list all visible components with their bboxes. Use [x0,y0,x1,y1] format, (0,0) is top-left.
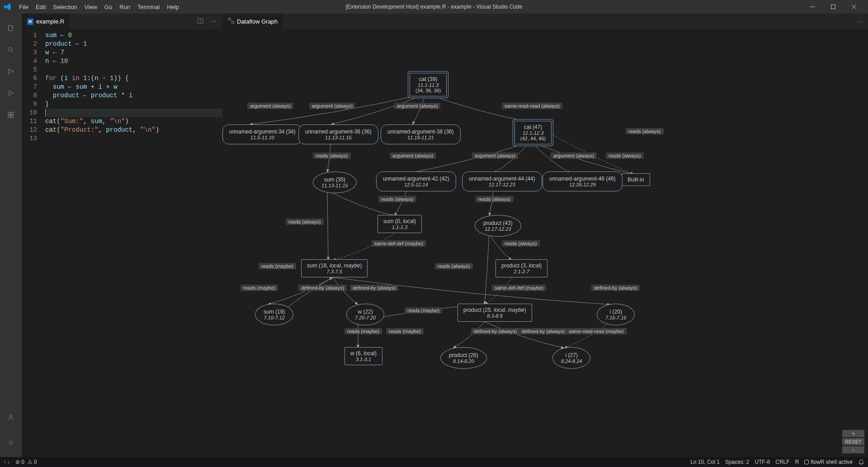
edge-label: reads (always) [476,196,514,202]
code-line-12[interactable]: cat("Product:", product, "\n") [45,126,222,134]
edge-label: defined-by (always) [591,285,640,291]
search-icon[interactable] [0,39,22,61]
svg-point-8 [12,71,13,72]
graph-node[interactable]: i (20)7.16-7.16 [597,304,635,325]
menu-go[interactable]: Go [101,2,116,12]
graph-node[interactable]: cat (47)12.1-12.3(42, 44, 46) [514,121,552,144]
settings-icon[interactable] [0,432,22,453]
more-actions-icon[interactable]: ⋯ [209,16,218,27]
split-editor-icon[interactable] [195,16,205,27]
edge-label: reads (always) [378,196,416,202]
graph-node[interactable]: i (27)8.24-8.24 [552,347,590,369]
explorer-icon[interactable] [0,17,22,39]
menu-run[interactable]: Run [116,2,134,12]
menu-view[interactable]: View [81,2,101,12]
graph-node[interactable]: unnamed-argument-44 (44)12.17-12.23 [462,172,542,191]
menu-file[interactable]: File [15,2,32,12]
status-item[interactable] [4,459,10,465]
edge-label: reads (always) [606,152,644,159]
vscode-logo [4,3,11,10]
menu-help[interactable]: Help [163,2,183,12]
status-item[interactable]: Spaces: 2 [725,459,749,465]
graph-node[interactable]: unnamed-argument-34 (34)11.5-11.10 [222,124,302,144]
code-line-9[interactable]: } [45,100,222,109]
graph-node[interactable]: product (3, local)2.1-2.7 [495,259,547,277]
svg-rect-9 [8,112,10,114]
code-line-8[interactable]: product ← product * i [45,91,222,100]
line-number: 9 [22,100,37,109]
status-item[interactable]: ⊘ 0 ⚠ 0 [15,459,37,465]
svg-point-13 [9,415,12,417]
status-item[interactable]: CRLF [775,459,789,465]
zoom-out-button[interactable]: − [842,446,864,453]
graph-node[interactable]: unnamed-argument-46 (46)12.26-12.29 [542,172,623,191]
svg-point-7 [8,72,9,74]
svg-point-6 [8,69,9,70]
code-line-13[interactable] [45,134,222,143]
svg-rect-18 [232,22,234,24]
graph-icon [228,18,234,25]
edge-label: argument (always) [309,103,355,109]
accounts-icon[interactable] [0,406,22,428]
tab-label: example.R [36,18,64,25]
edge-label: reads (always) [502,240,540,247]
code-line-5[interactable] [45,66,222,74]
graph-node[interactable]: w (6, local)3.1-3.1 [344,347,382,365]
tab-example-r[interactable]: R example.R [22,14,70,29]
graph-node[interactable]: unnamed-argument-38 (38)11.18-11.21 [381,124,461,144]
svg-line-19 [230,19,232,22]
graph-node[interactable]: sum (18, local, maybe)7.3-7.5 [301,259,368,277]
maximize-button[interactable] [823,0,844,14]
graph-node[interactable]: product (26)8.14-8.20 [440,347,487,369]
line-number: 8 [22,91,37,100]
graph-node[interactable]: sum (0, local)1.1-1.3 [377,215,422,233]
code-line-4[interactable]: n ← 10 [45,57,222,66]
graph-node[interactable]: product (43)12.17-12.23 [475,215,521,237]
reset-button[interactable]: RESET [842,438,864,445]
status-item[interactable]: Ln 10, Col 1 [690,459,720,465]
graph-node[interactable]: w (22)7.20-7.20 [346,304,384,325]
tab-label: Dataflow Graph [237,18,278,25]
status-item[interactable]: R [795,459,799,465]
graph-node[interactable]: Built-in [622,173,650,186]
minimize-button[interactable] [802,0,823,14]
code-line-10[interactable] [45,109,222,117]
r-file-icon: R [27,19,33,25]
edge-label: reads (always) [286,219,324,225]
code-line-3[interactable]: w ← 7 [45,48,222,57]
menu-edit[interactable]: Edit [32,2,49,12]
graph-node[interactable]: sum (35)11.13-11.15 [313,172,357,193]
code-line-2[interactable]: product ← 1 [45,40,222,48]
status-item[interactable]: flowR shell active [804,459,853,465]
close-button[interactable] [844,0,864,14]
tab-dataflow-graph[interactable]: Dataflow Graph [222,14,283,29]
menu-terminal[interactable]: Terminal [134,2,163,12]
edge-label: same-read-read (maybe) [566,328,627,334]
source-control-icon[interactable] [0,61,22,82]
graph-node[interactable]: cat (39)11.1-11.3(34, 36, 38) [410,73,447,96]
edge-label: defined-by (always) [471,328,519,334]
graph-node[interactable]: unnamed-argument-42 (42)12.5-12.14 [376,172,456,191]
edge-label: argument (always) [394,103,440,109]
edge-label: reads (always) [435,263,473,269]
run-debug-icon[interactable] [0,82,22,104]
status-item[interactable] [858,459,864,465]
edge-label: argument (always) [551,152,597,159]
edge-label: reads (maybe) [241,285,278,291]
edge-label: same-read-read (always) [502,103,562,109]
code-line-1[interactable]: sum ← 0 [45,31,222,40]
graph-node[interactable]: sum (19)7.10-7.12 [255,304,293,325]
status-item[interactable]: UTF-8 [755,459,770,465]
graph-node[interactable]: product (25, local, maybe)8.3-8.9 [458,304,532,322]
graph-node[interactable]: unnamed-argument-36 (36)11.13-11.15 [298,124,378,144]
line-number: 7 [22,83,37,91]
extensions-icon[interactable] [0,104,22,126]
zoom-in-button[interactable]: + [842,430,864,437]
code-line-7[interactable]: sum ← sum + i + w [45,83,222,91]
more-actions-icon[interactable]: ⋯ [855,16,864,27]
menu-selection[interactable]: Selection [49,2,80,12]
code-line-11[interactable]: cat("Sum:", sum, "\n") [45,117,222,126]
edge-label: same-def-def (maybe) [372,240,426,247]
edge-label: reads (maybe) [405,307,442,314]
code-line-6[interactable]: for (i in 1:(n - 1)) { [45,74,222,83]
